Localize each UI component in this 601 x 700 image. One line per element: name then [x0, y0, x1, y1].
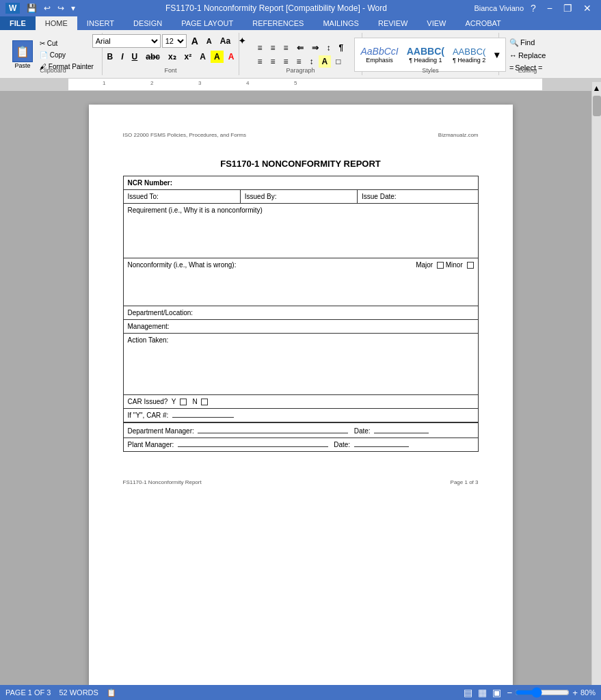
text-effects-btn[interactable]: A: [196, 51, 209, 63]
shading-btn[interactable]: A: [319, 55, 332, 68]
bold-button[interactable]: B: [104, 51, 117, 63]
shrink-font-btn[interactable]: A: [203, 36, 215, 46]
zoom-slider-input[interactable]: [515, 687, 570, 698]
save-quick-btn[interactable]: 💾: [24, 2, 40, 14]
font-name-select[interactable]: Arial: [92, 34, 161, 48]
tab-acrobat[interactable]: ACROBAT: [455, 16, 510, 30]
date-label-2: Date:: [334, 441, 350, 448]
dept-manager-date-blank: [374, 433, 429, 433]
minimize-button[interactable]: −: [543, 0, 557, 16]
italic-button[interactable]: I: [118, 51, 126, 63]
dept-manager-blank: [198, 433, 348, 433]
find-label: Find: [520, 38, 535, 46]
multilevel-list-btn[interactable]: ≡: [280, 42, 292, 54]
borders-btn[interactable]: □: [332, 55, 344, 68]
tab-references[interactable]: REFERENCES: [243, 16, 313, 30]
tab-design[interactable]: DESIGN: [124, 16, 172, 30]
scroll-up-btn[interactable]: ▲: [592, 82, 601, 94]
highlight-btn[interactable]: A: [211, 51, 224, 63]
font-group: Arial 12 A A Aa ✦ B I U abc x₂ x² A A A: [103, 33, 239, 75]
proofing-icon: 📋: [107, 688, 116, 697]
ruler-tick-5: 5: [294, 80, 297, 86]
close-button[interactable]: ✕: [579, 0, 596, 16]
strikethrough-btn[interactable]: abc: [142, 51, 163, 63]
superscript-btn[interactable]: x²: [181, 51, 196, 63]
line-spacing-btn[interactable]: ↕: [306, 55, 317, 68]
justify-btn[interactable]: ≡: [293, 55, 305, 68]
plant-manager-label: Plant Manager:: [128, 441, 174, 448]
redo-quick-btn[interactable]: ↪: [55, 2, 67, 14]
align-right-btn[interactable]: ≡: [280, 55, 292, 68]
title-bar-left: W 💾 ↩ ↪ ▾: [5, 2, 78, 14]
car-number-cell: If "Y", CAR #:: [123, 409, 478, 423]
dept-manager-row: Department Manager: Date:: [123, 422, 478, 438]
cut-button[interactable]: ✂ Cut: [37, 38, 96, 49]
heading2-preview: AABBC(: [453, 46, 485, 57]
restore-button[interactable]: ❐: [559, 0, 576, 16]
help-button[interactable]: ?: [526, 0, 540, 16]
web-layout-btn[interactable]: ▦: [478, 687, 487, 698]
tab-review[interactable]: REVIEW: [369, 16, 417, 30]
align-center-btn[interactable]: ≡: [267, 55, 279, 68]
scrollbar-right[interactable]: ▲: [591, 82, 601, 685]
font-label: Font: [164, 67, 176, 74]
font-color-btn[interactable]: A: [225, 51, 238, 63]
emphasis-label: Emphasis: [366, 57, 393, 64]
tab-file[interactable]: FILE: [0, 16, 36, 30]
styles-group: AaBbCcI Emphasis AABBC( ¶ Heading 1 AABB…: [362, 33, 499, 75]
ruler-tick-3: 3: [198, 80, 201, 86]
increase-indent-btn[interactable]: ⇒: [308, 42, 322, 54]
issued-row: Issued To: Issued By: Issue Date:: [123, 190, 478, 204]
car-issued-cell: CAR Issued? Y N: [123, 395, 478, 409]
underline-button[interactable]: U: [129, 51, 142, 63]
heading2-label: ¶ Heading 2: [453, 57, 485, 64]
para-buttons: ≡ ≡ ≡ ⇐ ⇒ ↕ ¶ ≡ ≡ ≡ ≡ ↕ A □: [254, 42, 347, 68]
tab-page-layout[interactable]: PAGE LAYOUT: [172, 16, 243, 30]
style-heading1[interactable]: AABBC( ¶ Heading 1: [404, 44, 447, 65]
major-checkbox[interactable]: [437, 262, 444, 269]
title-bar-controls: Bianca Viviano ? − ❐ ✕: [474, 0, 596, 16]
style-heading2[interactable]: AABBC( ¶ Heading 2: [450, 45, 488, 65]
undo-quick-btn[interactable]: ↩: [41, 2, 53, 14]
show-formatting-btn[interactable]: ¶: [336, 42, 347, 54]
customize-quick-btn[interactable]: ▾: [68, 2, 78, 14]
font-format-row: B I U abc x₂ x² A A A: [104, 51, 238, 63]
y-checkbox[interactable]: [180, 399, 187, 405]
sort-btn[interactable]: ↕: [323, 42, 334, 54]
action-taken-label: Action Taken:: [128, 336, 169, 344]
copy-button[interactable]: 📄 Copy: [37, 50, 96, 60]
bullets-btn[interactable]: ≡: [254, 42, 266, 54]
read-mode-btn[interactable]: ▣: [492, 687, 501, 698]
footer-left: FS1170-1 Nonconformity Report: [123, 479, 202, 485]
zoom-in-btn[interactable]: +: [572, 688, 578, 698]
zoom-out-btn[interactable]: −: [507, 688, 512, 698]
n-checkbox[interactable]: [201, 399, 208, 405]
paste-button[interactable]: 📋 Paste: [10, 39, 36, 70]
find-button[interactable]: 🔍 Find: [505, 37, 550, 49]
print-layout-btn[interactable]: ▤: [464, 687, 472, 698]
ncr-row: NCR Number:: [123, 176, 478, 190]
subscript-btn[interactable]: x₂: [165, 51, 180, 63]
style-emphasis[interactable]: AaBbCcI Emphasis: [358, 44, 401, 65]
tab-home[interactable]: HOME: [36, 16, 77, 30]
scrollbar-thumb[interactable]: [593, 96, 601, 116]
decrease-indent-btn[interactable]: ⇐: [293, 42, 307, 54]
page: ISO 22000 FSMS Policies, Procedures, and…: [89, 105, 513, 686]
replace-button[interactable]: ↔ Replace: [505, 50, 550, 61]
grow-font-btn[interactable]: A: [188, 34, 202, 48]
align-left-btn[interactable]: ≡: [254, 55, 266, 68]
replace-label: Replace: [518, 51, 546, 59]
ribbon-tabs: FILE HOME INSERT DESIGN PAGE LAYOUT REFE…: [0, 16, 601, 30]
ruler-left-margin: [10, 79, 68, 90]
tab-view[interactable]: VIEW: [417, 16, 455, 30]
n-label: N: [192, 398, 197, 405]
tab-insert[interactable]: INSERT: [77, 16, 124, 30]
change-case-btn[interactable]: Aa: [217, 35, 234, 47]
font-size-select[interactable]: 12: [162, 34, 187, 48]
numbering-btn[interactable]: ≡: [267, 42, 279, 54]
dept-manager-cell: Department Manager: Date:: [123, 422, 478, 438]
title-bar-title: FS1170-1 Nonconformity Report [Compatibi…: [78, 3, 474, 13]
form-table: NCR Number: Issued To: Issued By: Issue …: [123, 176, 479, 452]
minor-checkbox[interactable]: [467, 262, 474, 269]
tab-mailings[interactable]: MAILINGS: [313, 16, 369, 30]
